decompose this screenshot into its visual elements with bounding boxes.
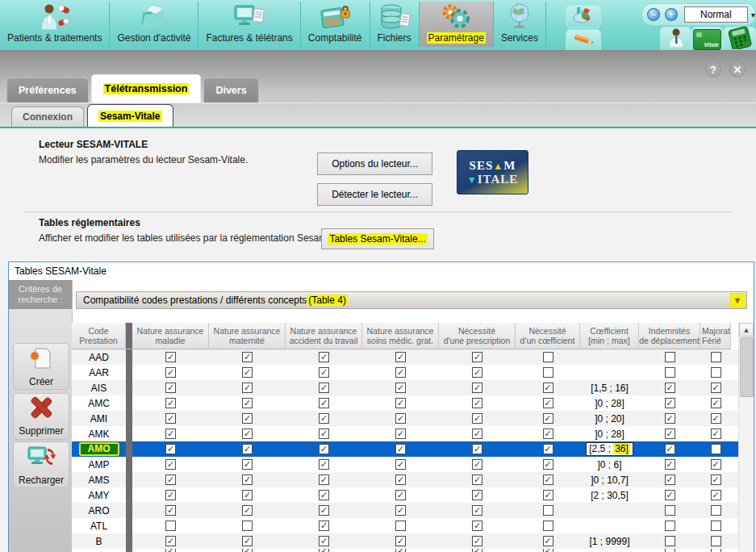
maternite-checkbox[interactable] xyxy=(242,459,253,470)
column-header-code-prestation[interactable]: CodePrestation xyxy=(72,323,126,349)
maladie-checkbox[interactable] xyxy=(165,383,176,393)
indemnites-checkbox[interactable] xyxy=(665,536,675,546)
coefficient-necessaire-checkbox[interactable] xyxy=(543,444,553,454)
maladie-checkbox[interactable] xyxy=(165,398,176,408)
table-scrollbar[interactable]: ▲ xyxy=(738,323,754,552)
maladie-checkbox[interactable] xyxy=(165,490,176,500)
maternite-checkbox[interactable] xyxy=(242,521,253,531)
coefficient-necessaire-checkbox[interactable] xyxy=(543,475,553,485)
maladie-checkbox[interactable] xyxy=(165,521,176,531)
column-header-nature-assurance-maternite[interactable]: Nature assurancematernité xyxy=(209,323,286,349)
prescription-checkbox[interactable] xyxy=(472,505,482,516)
table-select-dropdown[interactable]: Compatibilité codes prestations / différ… xyxy=(76,291,747,309)
soins-gratuits-checkbox[interactable] xyxy=(395,398,406,408)
maladie-checkbox[interactable] xyxy=(165,352,176,362)
maternite-checkbox[interactable] xyxy=(242,475,253,485)
accident-travail-checkbox[interactable] xyxy=(319,490,329,500)
majoration-checkbox[interactable] xyxy=(711,398,721,408)
creer-button[interactable]: Créer xyxy=(13,343,69,390)
majoration-checkbox[interactable] xyxy=(711,383,721,393)
coefficient-necessaire-checkbox[interactable] xyxy=(543,521,553,531)
maladie-checkbox[interactable] xyxy=(165,444,176,454)
maladie-checkbox[interactable] xyxy=(165,505,176,516)
accident-travail-checkbox[interactable] xyxy=(319,383,329,393)
majoration-checkbox[interactable] xyxy=(711,549,721,552)
maternite-checkbox[interactable] xyxy=(242,444,253,454)
table-row-ais[interactable]: AIS[1,5 ; 16] xyxy=(72,380,746,395)
accident-travail-checkbox[interactable] xyxy=(319,352,329,362)
chevron-down-icon[interactable]: ▾ xyxy=(751,10,755,19)
table-row-aro[interactable]: ARO xyxy=(72,503,746,518)
maladie-checkbox[interactable] xyxy=(165,429,176,439)
subtab-sesam-vitale[interactable]: Sesam-Vitale xyxy=(87,104,173,127)
prescription-checkbox[interactable] xyxy=(472,475,482,485)
accident-travail-checkbox[interactable] xyxy=(319,521,329,531)
maternite-checkbox[interactable] xyxy=(242,367,253,378)
toolbar-item-factures-teletrans[interactable]: Factures & télétrans xyxy=(198,2,300,47)
prescription-checkbox[interactable] xyxy=(472,398,482,408)
soins-gratuits-checkbox[interactable] xyxy=(395,521,406,531)
prescription-checkbox[interactable] xyxy=(472,383,482,393)
prescription-checkbox[interactable] xyxy=(472,352,482,362)
maternite-checkbox[interactable] xyxy=(242,413,253,424)
accident-travail-checkbox[interactable] xyxy=(319,413,329,424)
scrollbar-thumb[interactable] xyxy=(740,337,754,397)
toolbar-item-parametrage[interactable]: Paramétrage xyxy=(420,2,494,47)
table-row-aad[interactable]: AAD xyxy=(72,349,746,365)
maladie-checkbox[interactable] xyxy=(165,367,176,378)
indemnites-checkbox[interactable] xyxy=(665,352,675,362)
accident-travail-checkbox[interactable] xyxy=(319,398,329,408)
accident-travail-checkbox[interactable] xyxy=(319,505,329,516)
accident-travail-checkbox[interactable] xyxy=(319,444,329,454)
table-row-ami[interactable]: AMI]0 ; 20] xyxy=(72,411,746,426)
accident-travail-checkbox[interactable] xyxy=(319,475,329,485)
soins-gratuits-checkbox[interactable] xyxy=(395,429,406,439)
column-header-nature-assurance-accident-du-travail[interactable]: Nature assuranceaccident du travail xyxy=(286,323,362,349)
supprimer-button[interactable]: Supprimer xyxy=(13,393,69,440)
column-header-indemnites-de-deplacement[interactable]: Indemnitésde déplacement xyxy=(639,323,700,349)
soins-gratuits-checkbox[interactable] xyxy=(395,367,406,378)
maladie-checkbox[interactable] xyxy=(165,459,176,470)
tab-teletransmission[interactable]: Télétransmission xyxy=(91,74,202,102)
indemnites-checkbox[interactable] xyxy=(665,521,675,531)
toolbar-item-patients-traitements[interactable]: Patients & traitements xyxy=(0,2,110,47)
subtab-connexion[interactable]: Connexion xyxy=(11,107,84,127)
detecter-lecteur-button[interactable]: Détecter le lecteur... xyxy=(317,183,432,206)
vitale-card-button[interactable]: Vitale xyxy=(691,27,723,52)
column-header-nature-assurance-soins-medic-grat[interactable]: Nature assurancesoins médic. grat. xyxy=(362,323,439,349)
maternite-checkbox[interactable] xyxy=(242,536,253,546)
prescription-checkbox[interactable] xyxy=(472,549,482,552)
accident-travail-checkbox[interactable] xyxy=(319,459,329,470)
soins-gratuits-checkbox[interactable] xyxy=(395,444,406,454)
zoom-level-select[interactable]: Normal xyxy=(684,6,748,23)
coefficient-necessaire-checkbox[interactable] xyxy=(543,549,553,552)
recharger-button[interactable]: Recharger xyxy=(13,441,69,488)
dropdown-arrow-icon[interactable]: ▼ xyxy=(729,293,746,307)
soins-gratuits-checkbox[interactable] xyxy=(395,505,406,516)
maternite-checkbox[interactable] xyxy=(242,398,253,408)
maternite-checkbox[interactable] xyxy=(242,383,253,393)
toolbar-item-gestion-d-activite[interactable]: Gestion d'activité xyxy=(110,2,198,47)
coefficient-necessaire-checkbox[interactable] xyxy=(543,490,553,500)
indemnites-checkbox[interactable] xyxy=(665,490,675,500)
coefficient-necessaire-checkbox[interactable] xyxy=(543,383,553,393)
table-row-aar[interactable]: AAR xyxy=(72,365,746,380)
user-button[interactable] xyxy=(660,27,691,52)
table-row[interactable] xyxy=(72,549,746,552)
majoration-checkbox[interactable] xyxy=(711,352,721,362)
card-reader-button[interactable] xyxy=(723,27,756,52)
coefficient-edit-field[interactable]: [2,5 ; 36] xyxy=(586,442,633,456)
majoration-checkbox[interactable] xyxy=(711,429,721,439)
indemnites-checkbox[interactable] xyxy=(665,549,675,552)
indemnites-checkbox[interactable] xyxy=(665,367,675,378)
coefficient-necessaire-checkbox[interactable] xyxy=(543,367,553,378)
scroll-up-icon[interactable]: ▲ xyxy=(739,323,754,337)
toolbar-item-fichiers[interactable]: Fichiers xyxy=(370,2,420,47)
table-row-amp[interactable]: AMP]0 ; 6] xyxy=(72,457,746,472)
indemnites-checkbox[interactable] xyxy=(665,505,675,516)
coefficient-necessaire-checkbox[interactable] xyxy=(543,413,553,424)
majoration-checkbox[interactable] xyxy=(711,459,721,470)
indemnites-checkbox[interactable] xyxy=(665,383,675,393)
indemnites-checkbox[interactable] xyxy=(665,413,675,424)
prescription-checkbox[interactable] xyxy=(472,444,482,454)
